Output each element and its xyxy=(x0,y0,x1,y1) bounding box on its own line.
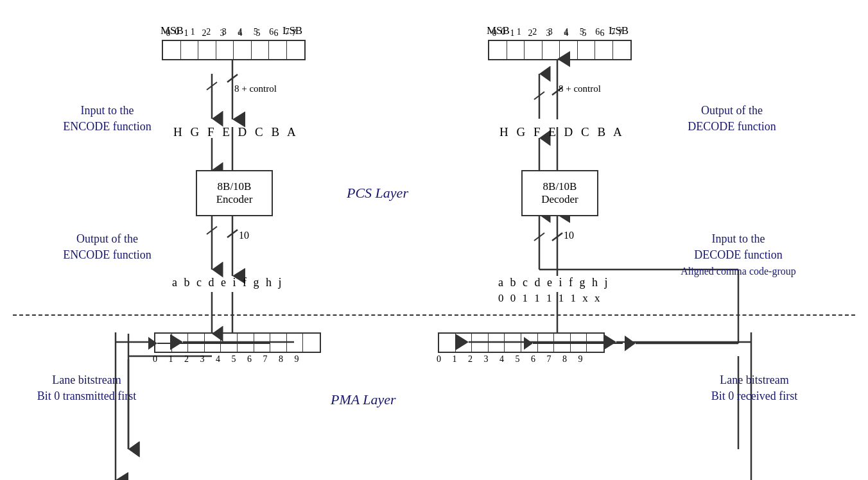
pcs-pma-separator xyxy=(13,314,855,316)
svg-line-5 xyxy=(207,82,217,90)
pma-cell xyxy=(571,334,587,352)
ten-bits-right: 10 xyxy=(564,230,574,241)
pma-cell xyxy=(521,334,538,352)
pma-cell xyxy=(505,334,521,352)
pma-cell xyxy=(270,334,287,352)
pma-cell xyxy=(489,334,505,352)
bit-cell xyxy=(269,41,287,60)
pma-right-register xyxy=(438,332,605,353)
decode-input-label: Input to the DECODE function Aligned com… xyxy=(648,231,828,280)
bit-numbers-top-left: 01234567 xyxy=(162,28,306,39)
pma-cell xyxy=(472,334,489,352)
decode-output-label: Output of the DECODE function xyxy=(648,103,815,135)
control-label-left: 8 + control xyxy=(234,83,277,94)
diagram: MSB LSB 0 1 2 3 4 5 6 7 MSB LSB 0 1 2 3 … xyxy=(0,0,868,480)
svg-line-41 xyxy=(552,233,562,241)
bit-cell xyxy=(163,41,181,60)
pma-cell xyxy=(456,334,473,352)
bit-cell xyxy=(489,41,507,60)
bit-cell xyxy=(560,41,578,60)
bit-cell xyxy=(198,41,216,60)
encoder-box: 8B/10B Encoder xyxy=(196,170,273,216)
decoder-box: 8B/10B Decoder xyxy=(521,170,598,216)
pma-cell xyxy=(587,334,603,352)
bit-cell xyxy=(595,41,613,60)
pma-cell xyxy=(439,334,456,352)
pma-layer-label: PMA Layer xyxy=(331,391,396,408)
bit-cell xyxy=(613,41,630,60)
bit-values-right: 0 0 1 1 1 1 1 x x xyxy=(498,292,602,305)
pma-cell xyxy=(205,334,221,352)
svg-line-18 xyxy=(534,233,544,241)
pma-cell xyxy=(221,334,238,352)
pma-cell xyxy=(254,334,271,352)
pma-cell xyxy=(238,334,254,352)
svg-line-29 xyxy=(227,74,238,82)
bit-cell xyxy=(252,41,270,60)
pma-cell xyxy=(287,334,304,352)
encode-output-label: Output of the ENCODE function xyxy=(37,231,178,263)
pma-cell xyxy=(303,334,320,352)
bit-cell xyxy=(181,41,199,60)
svg-line-15 xyxy=(534,92,544,99)
pma-bits-left: 0 1 2 3 4 5 6 7 8 9 xyxy=(153,354,304,364)
hgfedcba-left: H G F E D C B A xyxy=(173,125,299,139)
bit-cell xyxy=(578,41,596,60)
abcdeifghj-left: a b c d e i f g h j xyxy=(172,276,283,289)
bit-cell xyxy=(507,41,525,60)
encode-input-label: Input to the ENCODE function xyxy=(37,103,178,135)
pma-cell xyxy=(172,334,189,352)
lane-right-label: Lane bitstream Bit 0 received first xyxy=(681,372,828,404)
top-right-register xyxy=(488,40,632,60)
pma-cell xyxy=(188,334,205,352)
bit-cell xyxy=(216,41,234,60)
pma-bits-right: 0 1 2 3 4 5 6 7 8 9 xyxy=(437,354,587,364)
pma-left-register xyxy=(154,332,321,353)
ten-bits-left: 10 xyxy=(239,230,249,241)
bit-numbers-top-right: 01234567 xyxy=(488,28,632,39)
svg-line-32 xyxy=(227,230,238,237)
svg-line-8 xyxy=(207,227,217,234)
abcdeifghj-right: a b c d e i f g h j xyxy=(498,276,609,289)
lane-left-label: Lane bitstream Bit 0 transmitted first xyxy=(19,372,154,404)
top-left-register xyxy=(162,40,306,60)
pma-cell xyxy=(554,334,571,352)
bit-cell xyxy=(542,41,560,60)
control-label-right: 8 + control xyxy=(559,83,601,94)
bit-cell xyxy=(525,41,542,60)
pcs-layer-label: PCS Layer xyxy=(347,185,408,201)
pma-cell xyxy=(155,334,172,352)
pma-cell xyxy=(538,334,555,352)
bit-cell xyxy=(234,41,252,60)
bit-cell xyxy=(287,41,304,60)
hgfedcba-right: H G F E D C B A xyxy=(499,125,625,139)
